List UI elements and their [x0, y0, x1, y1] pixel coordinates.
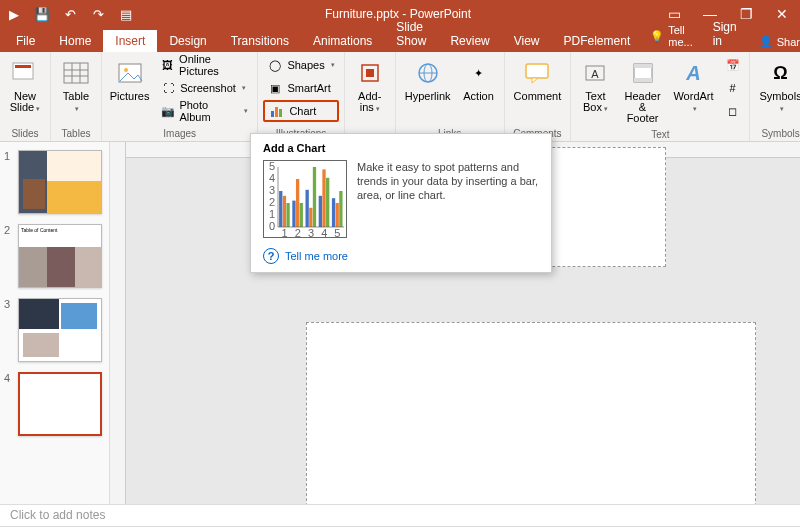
svg-rect-23 — [634, 78, 652, 82]
tell-me-search[interactable]: 💡Tell me... — [642, 20, 700, 52]
tooltip-chart-preview: 01234512345 — [263, 160, 347, 238]
app-icon: ▶ — [0, 0, 28, 28]
group-label-symbols: Symbols — [761, 126, 799, 141]
slide-canvas[interactable] — [306, 322, 756, 504]
addins-button[interactable]: Add-ins▾ — [350, 54, 390, 117]
thumbnail-1[interactable]: 1 — [4, 150, 105, 214]
svg-rect-13 — [366, 69, 374, 77]
svg-rect-1 — [15, 65, 31, 68]
svg-text:5: 5 — [334, 227, 340, 239]
save-button[interactable]: 💾 — [28, 0, 56, 28]
svg-rect-43 — [322, 169, 325, 227]
group-label-slides: Slides — [11, 126, 38, 141]
tab-slideshow[interactable]: Slide Show — [384, 16, 438, 52]
shapes-icon: ◯ — [267, 57, 283, 73]
sign-in-link[interactable]: Sign in — [701, 16, 749, 52]
new-slide-icon — [9, 57, 41, 89]
group-label-images: Images — [163, 126, 196, 141]
new-slide-button[interactable]: NewSlide▾ — [5, 54, 45, 117]
tell-me-more-link[interactable]: ? Tell me more — [263, 244, 539, 264]
ribbon-tabs: File Home Insert Design Transitions Anim… — [0, 28, 800, 52]
table-icon — [60, 57, 92, 89]
vertical-ruler — [110, 142, 126, 504]
pictures-icon — [114, 57, 146, 89]
textbox-button[interactable]: A TextBox▾ — [576, 54, 614, 117]
screenshot-button[interactable]: ⛶Screenshot▾ — [156, 77, 252, 99]
close-button[interactable]: ✕ — [764, 0, 800, 28]
action-icon: ✦ — [463, 57, 495, 89]
svg-text:4: 4 — [269, 172, 275, 184]
screenshot-icon: ⛶ — [160, 80, 176, 96]
action-button[interactable]: ✦ Action — [459, 54, 499, 105]
online-pictures-button[interactable]: 🖼Online Pictures — [156, 54, 252, 76]
svg-rect-31 — [283, 196, 286, 227]
hyperlink-button[interactable]: Hyperlink — [401, 54, 455, 105]
tab-review[interactable]: Review — [438, 30, 501, 52]
svg-text:0: 0 — [269, 220, 275, 232]
svg-rect-10 — [275, 107, 278, 117]
photo-album-icon: 📷 — [160, 103, 175, 119]
chart-tooltip: Add a Chart 01234512345 Make it easy to … — [250, 133, 552, 273]
svg-rect-35 — [296, 179, 299, 227]
svg-rect-17 — [526, 64, 548, 78]
tab-transitions[interactable]: Transitions — [219, 30, 301, 52]
table-button[interactable]: Table▾ — [56, 54, 96, 117]
hyperlink-icon — [412, 57, 444, 89]
group-label-text: Text — [651, 127, 669, 142]
header-footer-icon — [627, 57, 659, 89]
tab-file[interactable]: File — [4, 30, 47, 52]
tooltip-description: Make it easy to spot patterns and trends… — [357, 160, 539, 238]
svg-marker-18 — [532, 78, 538, 83]
shapes-button[interactable]: ◯Shapes▾ — [263, 54, 338, 76]
notes-pane[interactable]: Click to add notes — [0, 504, 800, 526]
svg-rect-46 — [332, 198, 335, 227]
comment-button[interactable]: Comment — [510, 54, 566, 105]
svg-text:A: A — [592, 68, 600, 80]
text-extra-2[interactable]: # — [721, 77, 745, 99]
photo-album-button[interactable]: 📷Photo Album▾ — [156, 100, 252, 122]
svg-rect-2 — [64, 63, 88, 83]
comment-icon — [521, 57, 553, 89]
svg-rect-44 — [326, 178, 329, 227]
svg-point-8 — [124, 68, 128, 72]
slideshow-qat-button[interactable]: ▤ — [112, 0, 140, 28]
tab-insert[interactable]: Insert — [103, 30, 157, 52]
smartart-icon: ▣ — [267, 80, 283, 96]
chart-button[interactable]: Chart — [263, 100, 338, 122]
svg-rect-9 — [271, 111, 274, 117]
svg-rect-38 — [306, 190, 309, 227]
svg-text:1: 1 — [282, 227, 288, 239]
svg-rect-22 — [634, 64, 652, 68]
smartart-button[interactable]: ▣SmartArt — [263, 77, 338, 99]
text-extra-3[interactable]: ◻ — [721, 100, 745, 122]
svg-text:3: 3 — [269, 184, 275, 196]
header-footer-button[interactable]: Header& Footer — [619, 54, 667, 127]
svg-text:3: 3 — [308, 227, 314, 239]
svg-rect-30 — [279, 191, 282, 227]
wordart-button[interactable]: A WordArt▾ — [671, 54, 717, 117]
pictures-button[interactable]: Pictures — [107, 54, 152, 105]
wordart-icon: A — [678, 57, 710, 89]
text-extra-1[interactable]: 📅 — [721, 54, 745, 76]
thumbnail-2[interactable]: 2 Table of Content — [4, 224, 105, 288]
tab-pdfelement[interactable]: PDFelement — [552, 30, 643, 52]
tab-home[interactable]: Home — [47, 30, 103, 52]
symbols-button[interactable]: Ω Symbols▾ — [755, 54, 800, 117]
redo-button[interactable]: ↷ — [84, 0, 112, 28]
textbox-icon: A — [579, 57, 611, 89]
chart-icon — [269, 103, 285, 119]
thumbnail-4[interactable]: 4 — [4, 372, 105, 436]
tab-animations[interactable]: Animations — [301, 30, 384, 52]
svg-text:4: 4 — [321, 227, 327, 239]
svg-rect-32 — [286, 203, 289, 227]
svg-rect-47 — [336, 203, 339, 227]
share-button[interactable]: 👤Share — [749, 31, 800, 52]
slide-thumbnails-panel[interactable]: 1 2 Table of Content 3 4 — [0, 142, 110, 504]
thumbnail-3[interactable]: 3 — [4, 298, 105, 362]
tab-design[interactable]: Design — [157, 30, 218, 52]
svg-text:1: 1 — [269, 208, 275, 220]
tab-view[interactable]: View — [502, 30, 552, 52]
undo-button[interactable]: ↶ — [56, 0, 84, 28]
svg-rect-39 — [309, 208, 312, 227]
svg-rect-34 — [292, 201, 295, 227]
